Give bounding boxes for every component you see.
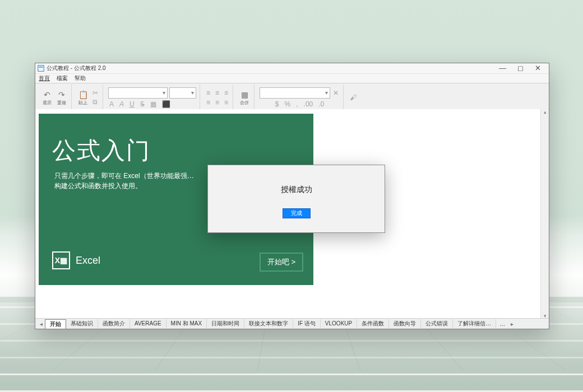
menubar: 首頁 檔案 幫助: [35, 74, 549, 83]
align-left-icon[interactable]: ≡: [205, 99, 211, 106]
sheet-tab[interactable]: IF 语句: [293, 319, 321, 328]
align-center-icon[interactable]: ≡: [214, 99, 220, 106]
sheet-tab[interactable]: 开始: [45, 319, 66, 329]
start-button[interactable]: 开始吧 >: [260, 253, 303, 272]
svg-rect-1: [39, 67, 43, 68]
sheet-tab[interactable]: AVERAGE: [130, 319, 166, 328]
intro-brand-label: Excel: [76, 255, 100, 267]
align-top-icon[interactable]: ≡: [205, 89, 211, 97]
tab-nav-right[interactable]: ▸: [508, 321, 516, 327]
sheet-tab[interactable]: 日期和时间: [207, 319, 244, 328]
align-right-icon[interactable]: ≡: [223, 99, 229, 106]
decimal-dec-icon[interactable]: .0: [317, 100, 325, 108]
sheet-tab[interactable]: 公式错误: [421, 319, 453, 328]
excel-icon: X▦: [52, 251, 70, 269]
clipboard-icon: 📋: [78, 90, 88, 100]
undo-button[interactable]: ↶還原: [41, 90, 53, 106]
sheet-tab[interactable]: 函数简介: [98, 319, 130, 328]
redo-icon: ↷: [58, 90, 65, 100]
ribbon-group-clipboard: 📋貼上 ✂ ⧉: [73, 85, 103, 110]
align-bottom-icon[interactable]: ≡: [223, 89, 229, 97]
sheet-tab[interactable]: 基础知识: [66, 319, 98, 328]
menu-file[interactable]: 檔案: [57, 74, 68, 82]
ribbon-group-font: ▾ ▾ A A U S̶ ▦ ⬛: [105, 85, 200, 110]
license-success-dialog: 授權成功 完成: [207, 165, 385, 233]
intro-brand: X▦ Excel: [52, 251, 100, 269]
sheet-tab[interactable]: VLOOKUP: [321, 319, 357, 328]
intro-subtitle: 只需几个步骤，即可在 Excel（世界功能最强… 构建公式和函数并投入使用。: [54, 171, 194, 191]
font-size-combo[interactable]: ▾: [169, 87, 196, 99]
copy-icon[interactable]: ⧉: [91, 98, 99, 106]
sheet-tab[interactable]: 联接文本和数字: [244, 319, 293, 328]
menu-help[interactable]: 幫助: [75, 74, 86, 82]
vertical-scrollbar[interactable]: [540, 109, 549, 319]
decimal-inc-icon[interactable]: .00: [303, 100, 314, 108]
window-title: 公式教程 - 公式教程 2.0: [47, 64, 106, 72]
font-color-icon[interactable]: A: [108, 100, 115, 108]
align-middle-icon[interactable]: ≡: [214, 89, 220, 97]
merge-button[interactable]: ▦合併: [238, 90, 251, 106]
svg-rect-0: [38, 66, 44, 72]
cut-icon[interactable]: ✂: [91, 89, 99, 97]
tab-nav-left[interactable]: ◂: [38, 321, 45, 327]
paste-button[interactable]: 📋貼上: [77, 90, 89, 106]
clear-format-icon[interactable]: ✕: [332, 89, 340, 97]
redo-button[interactable]: ↷重做: [55, 90, 68, 106]
ribbon-group-align: ≡ ≡ ≡ ≡ ≡ ≡: [202, 85, 233, 110]
percent-icon[interactable]: %: [284, 100, 292, 108]
currency-icon[interactable]: $: [274, 100, 280, 108]
comma-icon[interactable]: ,: [295, 100, 299, 108]
menu-home[interactable]: 首頁: [39, 74, 50, 82]
maximize-button[interactable]: ◻: [512, 63, 529, 73]
number-format-combo[interactable]: ▾: [260, 87, 330, 99]
merge-icon: ▦: [241, 90, 248, 100]
sheet-tab[interactable]: 了解详细信…: [453, 319, 496, 328]
intro-title: 公式入门: [52, 135, 151, 166]
strike-icon[interactable]: S̶: [139, 100, 146, 108]
app-icon: [38, 65, 44, 72]
ribbon-group-history: ↶還原 ↷重做: [38, 85, 72, 110]
ribbon-group-number: ▾ ✕ $ % , .00 .0: [256, 85, 344, 110]
fill-color-icon[interactable]: ⬛: [161, 100, 172, 108]
close-button[interactable]: ✕: [529, 63, 547, 73]
ribbon-group-paint: 🖌: [345, 85, 361, 110]
tab-more[interactable]: …: [496, 321, 508, 327]
ribbon-group-merge: ▦合併: [235, 85, 255, 110]
ribbon: ↶還原 ↷重做 📋貼上 ✂ ⧉ ▾ ▾ A A U S̶ ▦ ⬛: [35, 83, 549, 112]
dialog-ok-button[interactable]: 完成: [283, 208, 311, 218]
titlebar: 公式教程 - 公式教程 2.0 — ◻ ✕: [35, 63, 549, 74]
font-family-combo[interactable]: ▾: [108, 87, 168, 99]
border-icon[interactable]: ▦: [149, 100, 158, 108]
format-painter-icon[interactable]: 🖌: [349, 94, 358, 101]
dialog-message: 授權成功: [281, 185, 312, 195]
underline-icon[interactable]: U: [128, 100, 136, 108]
undo-icon: ↶: [44, 90, 50, 100]
sheet-tab[interactable]: 函数向导: [389, 319, 421, 328]
sheet-tab[interactable]: MIN 和 MAX: [166, 319, 207, 328]
italic-icon[interactable]: A: [118, 100, 125, 108]
sheet-tab[interactable]: 条件函数: [357, 319, 389, 328]
sheet-tab-strip: ◂ 开始 基础知识 函数简介 AVERAGE MIN 和 MAX 日期和时间 联…: [35, 318, 549, 329]
minimize-button[interactable]: —: [493, 63, 512, 73]
